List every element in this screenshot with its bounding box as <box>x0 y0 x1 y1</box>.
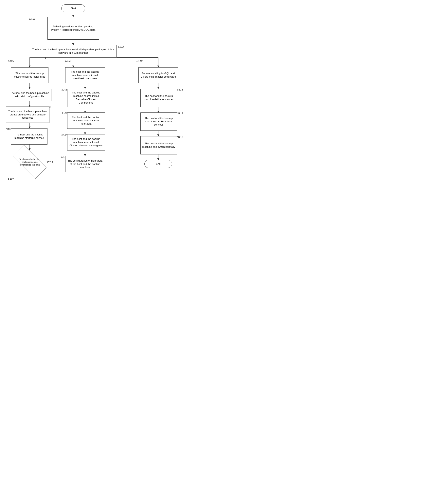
s103-step-label: S103 <box>8 59 14 62</box>
end-node: End <box>144 160 172 168</box>
s1083-label: The host and the backup machine source i… <box>69 137 103 148</box>
s1082-label: The host and the backup machine source i… <box>69 116 103 126</box>
s1082-box: The host and the backup machine source i… <box>67 112 105 129</box>
s102-label: The host and the backup machine install … <box>32 48 115 55</box>
yes-label: yes <box>47 160 51 163</box>
s112-label: The host and the backup machine start He… <box>142 117 175 127</box>
diamond-node: Verifying whether the backup machine syn… <box>12 150 48 174</box>
s110-step-label: S110 <box>136 59 143 62</box>
s112-step-label: S112 <box>177 112 183 115</box>
s101-box: Selecting versions for the operating sys… <box>48 17 99 40</box>
flowchart-diagram: Start S101 Selecting versions for the op… <box>0 0 198 238</box>
s106-box: The host and the backup machine startdrb… <box>11 128 48 145</box>
diamond-label: Verifying whether the backup machine syn… <box>17 157 43 167</box>
s107-step-label: S107 <box>8 177 14 180</box>
s108-box: The host and the backup machine source i… <box>65 67 105 83</box>
s102-step-label: S102 <box>118 45 124 48</box>
s103-box: The host and the backup machine source i… <box>11 67 48 83</box>
s106-label: The host and the backup machine startdrb… <box>13 133 46 140</box>
start-node: Start <box>61 4 85 12</box>
s111-label: The host and the backup machine define r… <box>142 94 175 101</box>
s113-step-label: S113 <box>177 136 183 139</box>
s105-label: The host and the backup machine create d… <box>8 110 48 120</box>
start-label: Start <box>70 7 76 10</box>
s111-box: The host and the backup machine define r… <box>141 89 177 107</box>
end-label: End <box>156 162 160 166</box>
s110-box: Source installing MySQL and Galera multi… <box>138 67 178 83</box>
s104-box: The host and the backup machine edit drb… <box>8 89 51 101</box>
s112-box: The host and the backup machine start He… <box>141 112 177 131</box>
s1081-label: The host and the backup machine source i… <box>69 91 103 104</box>
s105-box: The host and the backup machine create d… <box>6 106 49 123</box>
s110-label: Source installing MySQL and Galera multi… <box>140 72 176 79</box>
s111-step-label: S111 <box>177 88 183 91</box>
s109-box: The configuration of Heartbeat of the ho… <box>65 156 105 172</box>
s113-label: The host and the backup machine can swit… <box>142 142 175 149</box>
s113-box: The host and the backup machine can swit… <box>141 136 177 155</box>
s109-label: The configuration of Heartbeat of the ho… <box>67 159 103 169</box>
s108-label: The host and the backup machine source i… <box>67 70 103 80</box>
s101-label: Selecting versions for the operating sys… <box>49 25 97 32</box>
s104-label: The host and the backup machine edit drb… <box>10 91 50 98</box>
s1083-box: The host and the backup machine source i… <box>67 134 105 151</box>
s101-step-label: S101 <box>29 17 35 20</box>
s108-step-label: S108 <box>65 59 71 62</box>
s103-label: The host and the backup machine source i… <box>13 72 47 79</box>
s102-box: The host and the backup machine install … <box>30 45 117 57</box>
s1081-box: The host and the backup machine source i… <box>67 89 105 107</box>
